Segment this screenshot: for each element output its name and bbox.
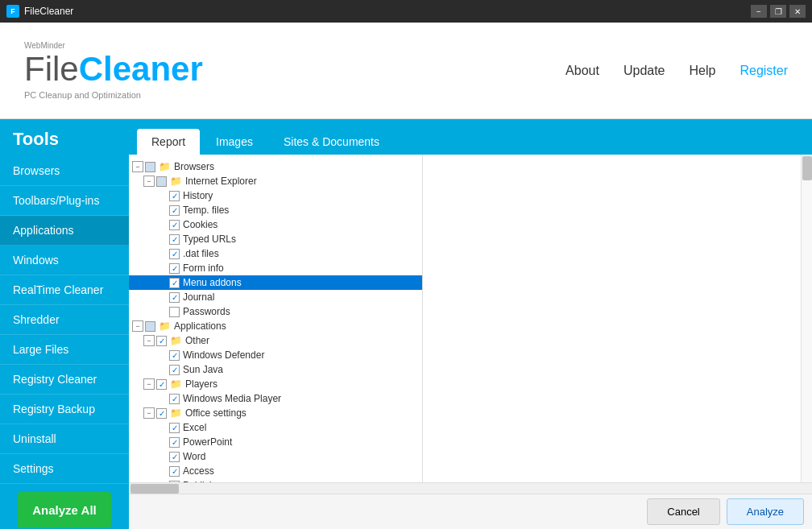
tree-node-access[interactable]: Access	[129, 464, 422, 478]
tree-node-office[interactable]: − 📁 Office settings	[129, 406, 422, 420]
checkbox-ie[interactable]	[156, 176, 167, 187]
tree-node-ie-cookies[interactable]: Cookies	[129, 217, 422, 232]
tree-node-browsers[interactable]: − 📁 Browsers	[129, 159, 422, 174]
checkbox-browsers[interactable]	[145, 162, 155, 172]
checkbox-ie-menu[interactable]	[169, 278, 180, 288]
tab-bar: Report Images Sites & Documents	[129, 119, 812, 155]
nav-update[interactable]: Update	[624, 64, 665, 78]
nav-register[interactable]: Register	[740, 64, 788, 78]
title-bar: F FileCleaner − ❐ ✕	[0, 0, 812, 23]
checkbox-powerpoint[interactable]	[169, 437, 180, 448]
folder-icon-other: 📁	[170, 335, 182, 346]
checkbox-ie-typed[interactable]	[169, 234, 180, 245]
restore-button[interactable]: ❐	[770, 5, 786, 18]
tree-node-ie-dat[interactable]: .dat files	[129, 246, 422, 261]
checkbox-win-defender[interactable]	[169, 350, 180, 361]
checkbox-ie-dat[interactable]	[169, 249, 180, 259]
checkbox-office[interactable]	[156, 408, 167, 419]
window-controls: − ❐ ✕	[751, 5, 806, 18]
nav-help[interactable]: Help	[690, 64, 716, 78]
sidebar-item-toolbars[interactable]: Toolbars/Plug-ins	[0, 186, 129, 216]
tree-node-win-defender[interactable]: Windows Defender	[129, 348, 422, 362]
tree-node-sun-java[interactable]: Sun Java	[129, 362, 422, 377]
cancel-button[interactable]: Cancel	[647, 498, 719, 525]
sidebar-item-browsers[interactable]: Browsers	[0, 156, 129, 186]
checkbox-sun-java[interactable]	[169, 365, 180, 375]
tree-node-other[interactable]: − 📁 Other	[129, 333, 422, 348]
tree-node-players[interactable]: − 📁 Players	[129, 377, 422, 391]
tree-node-wmp[interactable]: Windows Media Player	[129, 391, 422, 406]
minimize-button[interactable]: −	[751, 5, 767, 18]
app-icon: F	[6, 5, 19, 18]
sidebar-item-realtime[interactable]: RealTime Cleaner	[0, 275, 129, 305]
tree-node-ie-menu[interactable]: Menu addons	[129, 275, 422, 290]
folder-icon: 📁	[159, 161, 171, 172]
folder-icon-office: 📁	[170, 407, 182, 419]
tab-images[interactable]: Images	[201, 129, 267, 155]
checkbox-applications[interactable]	[145, 321, 155, 332]
checkbox-ie-temp[interactable]	[169, 205, 180, 216]
checkbox-ie-journal[interactable]	[169, 292, 180, 303]
tab-report[interactable]: Report	[137, 129, 200, 155]
label-other: Other	[185, 335, 209, 346]
h-scrollbar-thumb	[130, 484, 179, 494]
label-powerpoint: PowerPoint	[183, 436, 232, 448]
horizontal-scrollbar[interactable]	[129, 482, 812, 494]
folder-icon-ie: 📁	[170, 176, 182, 187]
tree-node-ie-history[interactable]: History	[129, 188, 422, 203]
tree-node-publisher[interactable]: Publisher	[129, 478, 422, 482]
bottom-bar: Cancel Analyze	[129, 494, 812, 529]
toggle-browsers[interactable]: −	[132, 161, 143, 172]
tree-node-applications[interactable]: − 📁 Applications	[129, 319, 422, 333]
sidebar-item-applications[interactable]: Applications	[0, 216, 129, 246]
label-ie-passwords: Passwords	[183, 306, 230, 317]
sidebar-item-shredder[interactable]: Shredder	[0, 305, 129, 335]
tree-node-powerpoint[interactable]: PowerPoint	[129, 435, 422, 449]
tree-node-ie-temp[interactable]: Temp. files	[129, 203, 422, 217]
label-ie-form: Form info	[183, 262, 224, 274]
main-layout: Tools Browsers Toolbars/Plug-ins Applica…	[0, 119, 812, 529]
label-win-defender: Windows Defender	[183, 349, 264, 361]
logo-file: File	[24, 50, 79, 89]
toggle-ie[interactable]: −	[143, 176, 155, 187]
tree-node-ie-typed[interactable]: Typed URLs	[129, 232, 422, 246]
tree-node-word[interactable]: Word	[129, 449, 422, 464]
label-ie: Internet Explorer	[185, 176, 257, 187]
checkbox-ie-history[interactable]	[169, 191, 180, 201]
sidebar-item-registry-backup[interactable]: Registry Backup	[0, 395, 129, 424]
tree-panel[interactable]: − 📁 Browsers − 📁 Internet Explorer	[129, 155, 423, 482]
checkbox-ie-passwords[interactable]	[169, 307, 180, 317]
checkbox-ie-form[interactable]	[169, 263, 180, 274]
checkbox-access[interactable]	[169, 466, 180, 477]
checkbox-word[interactable]	[169, 452, 180, 462]
label-ie-menu: Menu addons	[183, 277, 242, 288]
nav-about[interactable]: About	[566, 64, 599, 78]
close-button[interactable]: ✕	[789, 5, 806, 18]
checkbox-other[interactable]	[156, 336, 167, 346]
checkbox-wmp[interactable]	[169, 394, 180, 404]
tab-sites-documents[interactable]: Sites & Documents	[269, 129, 394, 155]
tree-node-ie-passwords[interactable]: Passwords	[129, 304, 422, 319]
analyze-all-button[interactable]: Analyze All	[18, 492, 111, 528]
toggle-applications[interactable]: −	[132, 320, 143, 332]
checkbox-publisher[interactable]	[169, 481, 180, 483]
sidebar-item-uninstall[interactable]: Uninstall	[0, 424, 129, 454]
sidebar-item-windows[interactable]: Windows	[0, 246, 129, 275]
toggle-other[interactable]: −	[143, 335, 155, 346]
checkbox-ie-cookies[interactable]	[169, 220, 180, 230]
tree-node-ie-form[interactable]: Form info	[129, 261, 422, 275]
tree-node-ie[interactable]: − 📁 Internet Explorer	[129, 174, 422, 188]
toggle-office[interactable]: −	[143, 407, 155, 419]
sidebar-item-settings[interactable]: Settings	[0, 454, 129, 484]
toggle-players[interactable]: −	[143, 378, 155, 390]
analyze-button[interactable]: Analyze	[727, 498, 804, 525]
sidebar-item-registry-cleaner[interactable]: Registry Cleaner	[0, 365, 129, 395]
label-players: Players	[185, 378, 218, 390]
tree-node-excel[interactable]: Excel	[129, 420, 422, 435]
right-scrollbar[interactable]	[801, 155, 812, 482]
sidebar-item-large-files[interactable]: Large Files	[0, 335, 129, 365]
tree-node-ie-journal[interactable]: Journal	[129, 290, 422, 304]
sidebar-title: Tools	[0, 119, 129, 156]
checkbox-players[interactable]	[156, 379, 167, 390]
checkbox-excel[interactable]	[169, 423, 180, 433]
